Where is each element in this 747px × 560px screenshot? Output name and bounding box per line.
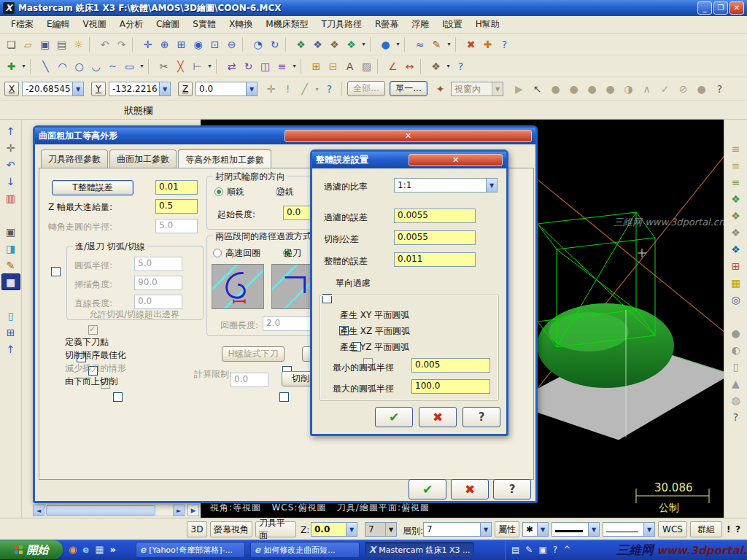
cplane-caret[interactable]: ▾ [444,58,452,74]
mask-solid-icon[interactable]: ● [547,81,564,97]
chevron-down-icon[interactable]: ▼ [643,523,654,536]
media-player-icon[interactable]: ◉ [69,544,77,555]
separator[interactable] [404,37,409,52]
select-cancel-icon[interactable]: ⊘ [675,81,692,97]
chevron-down-icon[interactable]: ▼ [537,523,548,536]
line-width-combo[interactable]: ▼ [603,522,655,537]
sketch-icon[interactable]: ╱ [296,81,313,97]
cube-gray-icon[interactable]: ❖ [727,224,746,241]
separator[interactable] [370,37,375,52]
separator[interactable] [148,59,153,74]
surface-edit-icon[interactable]: ✎ [428,36,445,52]
arc-icon[interactable]: ◠ [54,58,71,74]
tab-toolpath-params[interactable]: 刀具路徑參數 [41,149,108,168]
menu-item[interactable]: F檔案 [4,16,40,33]
z-coordinate-value[interactable]: 0.0 [196,84,246,94]
menu-item[interactable]: V視圖 [77,16,113,33]
collapse-up-icon[interactable]: ↑ [1,122,20,139]
dynamic-rotate-icon[interactable]: ↻ [266,36,283,52]
fastpoint-icon[interactable]: ! [279,81,296,97]
scroll-thumb[interactable] [46,505,155,516]
zoom-window-icon[interactable]: ⊞ [173,36,190,52]
separator[interactable] [216,59,221,74]
window-icon[interactable]: ▣ [1,223,20,240]
ie-quick-icon[interactable]: e [82,544,89,555]
menu-item[interactable]: H幫助 [469,16,506,33]
shading-icon[interactable]: ● [377,36,394,52]
menu-item[interactable]: E編輯 [40,16,77,33]
draw-more-caret[interactable]: ▾ [138,58,146,74]
select-mode-icon[interactable]: ▶ [511,81,527,97]
dialog-ok-button[interactable]: ✔ [409,479,446,499]
z-coordinate-input[interactable]: 0.0▼ [196,82,258,96]
spline-icon[interactable]: ～ [104,58,121,74]
active-tool-icon[interactable]: ■ [1,273,20,290]
measure-icon[interactable]: ↔ [401,58,418,74]
analyze-angle-icon[interactable]: ∠ [384,58,401,74]
print-icon[interactable]: ▤ [53,36,70,52]
grid-icon[interactable]: ⊞ [308,58,325,74]
cube-blue-icon[interactable]: ❖ [727,241,746,257]
zoom-target-icon[interactable]: ◉ [190,36,206,52]
trim-icon[interactable]: ✂ [155,58,172,74]
screen-view-button[interactable]: 螢幕視角 [210,521,252,537]
tab-surface-params[interactable]: 曲面加工參數 [109,149,177,168]
cursor-caret[interactable]: ▾ [313,81,321,97]
panel-expand-button[interactable]: ▶ [187,505,199,516]
scroll-right-icon[interactable]: ► [173,505,185,516]
draw-caret[interactable]: ▾ [445,36,453,52]
3d-mode-button[interactable]: 3D [187,521,207,537]
cone-icon[interactable]: ▲ [727,375,746,392]
chevron-down-icon[interactable]: ▼ [246,82,257,96]
menu-item[interactable]: C繪圖 [150,16,186,33]
separator[interactable] [420,59,425,74]
iso-view-icon[interactable]: ❖ [343,36,360,52]
separator[interactable] [301,59,306,74]
max-arc-radius-input[interactable]: 100.0 [411,379,490,394]
z-depth-combo[interactable]: 0.0▼ [311,522,357,537]
undo-icon[interactable]: ↶ [96,36,113,52]
separator[interactable] [30,59,35,74]
y-axis-button[interactable]: Y [91,82,106,96]
raise-icon[interactable]: ↑ [1,341,20,357]
wcs-button[interactable]: WCS [658,521,687,537]
ops-horizontal-scrollbar[interactable]: ◄ ► [33,505,185,516]
menu-item[interactable]: A分析 [113,16,150,33]
dialog-help-button[interactable]: ? [493,479,531,499]
exclamation-icon[interactable]: ! [727,524,730,534]
screenshot-icon[interactable]: ☼ [70,36,87,52]
gap[interactable] [1,206,20,223]
hatch-icon[interactable]: ▨ [358,58,375,74]
select-last-icon[interactable]: ∧ [638,81,655,97]
create-point-icon[interactable]: ✚ [3,58,20,74]
help2-icon[interactable]: ? [452,58,469,74]
select-single-button[interactable]: 單一... [390,81,427,96]
point-caret[interactable]: ▾ [20,58,28,74]
xform-caret[interactable]: ▾ [290,58,298,74]
hatch-olive-icon[interactable]: ≡ [727,157,746,174]
rotate-icon[interactable]: ↻ [240,58,257,74]
gap[interactable] [727,308,746,324]
zoom-out-icon[interactable]: ⊖ [223,36,240,52]
cube-olive-icon[interactable]: ❖ [727,207,746,224]
panel-icon[interactable]: ◨ [1,240,20,257]
desktop-icon[interactable]: ▦ [95,544,104,555]
view-menu-caret[interactable]: ▾ [360,36,368,52]
task-mastercam[interactable]: X Mastercam 銑床1 X3 ... [365,542,474,558]
line-style-combo[interactable]: ▼ [551,522,600,537]
subdialog-ok-button[interactable]: ✔ [375,407,413,427]
chevron-down-icon[interactable]: ▼ [480,523,491,536]
bottom-up-checkbox[interactable] [113,392,123,402]
chevron-down-icon[interactable]: ▼ [159,82,170,96]
separator[interactable] [377,59,382,74]
gap[interactable] [1,290,20,307]
help-icon[interactable]: ? [496,36,513,52]
task-yahoo-blog[interactable]: e [Yahoo!奇摩部落格]-... [136,542,245,558]
open-file-icon[interactable]: ▱ [20,36,36,52]
dialog-titlebar[interactable]: 曲面粗加工等高外形 ✕ [35,128,535,144]
sphere-icon[interactable]: ◍ [727,392,746,408]
filter-ratio-combo[interactable]: 1:1▼ [394,178,498,192]
entry-exit-checkbox[interactable] [51,267,61,276]
selection-tool-icon[interactable]: ✦ [432,81,449,97]
shade-ball-icon[interactable]: ● [727,324,746,341]
